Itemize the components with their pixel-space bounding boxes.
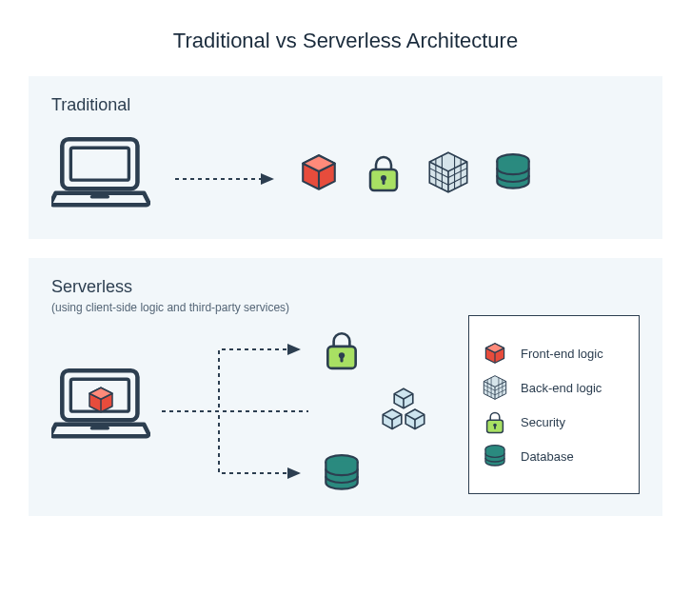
legend-box: Front-end logic Back-end logic Security … [468,315,640,494]
backend-cube-icon [424,149,472,196]
laptop-with-cube-icon [51,364,156,444]
traditional-panel: Traditional [29,76,662,239]
legend-frontend: Front-end logic [483,341,625,366]
database-icon [483,444,507,468]
arrow-icon [173,171,278,173]
serverless-title: Serverless [51,277,640,297]
legend-backend: Back-end logic [483,375,625,400]
traditional-title: Traditional [51,95,640,115]
legend-security: Security [483,409,625,434]
database-icon [489,149,537,196]
lock-icon [318,326,365,373]
backend-cube-icon [483,375,507,400]
small-cubes-icon [380,387,427,435]
serverless-subtitle: (using client-side logic and third-party… [51,301,640,314]
legend-label: Front-end logic [521,347,603,361]
branching-arrows-icon [156,326,308,497]
lock-icon [360,149,407,196]
legend-label: Security [521,415,565,429]
diagram-title: Traditional vs Serverless Architecture [29,29,662,53]
lock-icon [483,409,507,434]
frontend-cube-icon [295,149,343,196]
legend-label: Database [521,449,574,464]
laptop-icon [51,132,156,212]
frontend-cube-icon [483,341,507,366]
serverless-panel: Serverless (using client-side logic and … [29,258,662,516]
legend-database: Database [483,444,625,468]
database-icon [318,449,365,497]
legend-label: Back-end logic [521,381,602,395]
